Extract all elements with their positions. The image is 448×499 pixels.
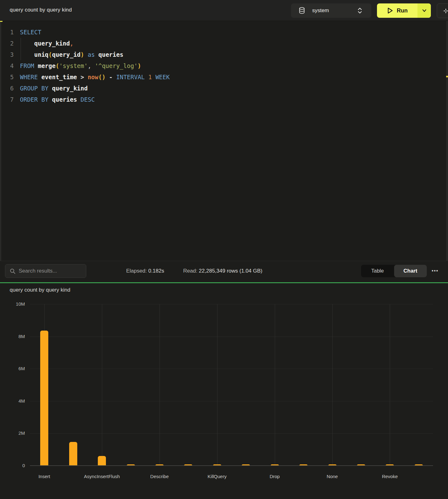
elapsed-value: 0.182s (148, 268, 164, 274)
chart-bar (40, 331, 48, 466)
code-text: WHERE event_time > now() - INTERVAL 1 WE… (20, 71, 170, 83)
chevron-down-icon (422, 9, 427, 12)
run-button[interactable]: Run (377, 3, 417, 18)
y-gridline (30, 401, 433, 401)
y-axis-tick-label: 0 (3, 463, 25, 468)
x-gridline (390, 304, 390, 466)
y-axis-tick-label: 8M (3, 334, 25, 339)
search-icon (10, 268, 16, 274)
line-number: 3 (0, 49, 14, 60)
x-axis-line (30, 465, 433, 466)
ai-sparkle-button[interactable] (437, 3, 448, 18)
scroll-marker (446, 76, 448, 77)
run-options-button[interactable] (417, 3, 431, 18)
read-label: Read: (183, 268, 197, 274)
code-text: GROUP BY query_kind (20, 83, 88, 94)
y-axis-tick-label: 10M (3, 301, 25, 307)
x-axis-label: Revoke (382, 474, 398, 479)
y-gridline (30, 337, 433, 337)
more-menu-button[interactable]: ⋯ (429, 265, 441, 277)
database-selector[interactable]: system (291, 3, 371, 18)
line-number: 6 (0, 83, 14, 94)
database-selector-value: system (312, 7, 329, 14)
run-button-label: Run (397, 7, 408, 14)
chart-plot (30, 304, 433, 466)
view-toggle: Table Chart (361, 265, 427, 277)
code-line: 4FROM merge('system', '^query_log') (0, 60, 442, 71)
code-line: 5WHERE event_time > now() - INTERVAL 1 W… (0, 71, 442, 83)
topbar: query count by query kind system Run (0, 0, 448, 21)
x-gridline (102, 304, 102, 466)
results-toolbar: Elapsed: 0.182s Read: 22,285,349 rows (1… (0, 261, 448, 282)
line-number: 5 (0, 71, 14, 83)
sparkle-icon (442, 7, 448, 15)
read-stat: Read: 22,285,349 rows (1.04 GB) (183, 268, 262, 274)
y-gridline (30, 433, 433, 434)
y-axis-tick-label: 6M (3, 366, 25, 371)
x-gridline (217, 304, 217, 466)
code-line: 2 query_kind, (0, 38, 442, 49)
code-line: 1SELECT (0, 27, 442, 38)
x-axis-label: Insert (38, 474, 50, 479)
elapsed-stat: Elapsed: 0.182s (126, 268, 164, 274)
x-axis-label: Describe (150, 474, 169, 479)
chart-panel: query count by query kind 02M4M6M8M10MIn… (0, 283, 448, 499)
search-input[interactable] (19, 268, 81, 274)
chart-title: query count by query kind (10, 287, 70, 293)
query-title: query count by query kind (10, 7, 72, 13)
line-number: 1 (0, 27, 14, 38)
sql-editor[interactable]: 1SELECT2 query_kind,3 uniq(query_id) as … (0, 21, 448, 261)
run-button-group: Run (377, 3, 431, 18)
search-box (5, 264, 86, 278)
code-line: 6GROUP BY query_kind (0, 83, 442, 94)
elapsed-label: Elapsed: (126, 268, 147, 274)
y-axis-tick-label: 4M (3, 398, 25, 404)
editor-accent-marker (0, 21, 2, 22)
code-text: SELECT (20, 27, 41, 38)
x-gridline (332, 304, 333, 466)
chart-bar (98, 456, 106, 466)
database-icon (298, 7, 305, 14)
y-axis-tick-label: 2M (3, 430, 25, 436)
line-number: 7 (0, 94, 14, 105)
chart-bar (69, 442, 77, 466)
y-gridline (30, 369, 433, 369)
tab-table[interactable]: Table (361, 265, 394, 277)
select-updown-icon (357, 7, 363, 14)
tab-chart[interactable]: Chart (394, 265, 427, 277)
code-line: 7ORDER BY queries DESC (0, 94, 442, 105)
x-axis-label: KillQuery (207, 474, 226, 479)
x-gridline (160, 304, 160, 466)
code-rows: 1SELECT2 query_kind,3 uniq(query_id) as … (0, 27, 442, 105)
play-icon (387, 7, 393, 14)
code-text: query_kind, (20, 38, 74, 49)
x-gridline (275, 304, 275, 466)
x-axis-label: None (327, 474, 338, 479)
code-text: FROM merge('system', '^query_log') (20, 60, 141, 71)
code-text: ORDER BY queries DESC (20, 94, 95, 105)
read-value: 22,285,349 rows (1.04 GB) (199, 268, 262, 274)
code-text: uniq(query_id) as queries (20, 49, 123, 60)
x-axis-label: Drop (269, 474, 280, 479)
line-number: 4 (0, 60, 14, 71)
line-number: 2 (0, 38, 14, 49)
x-axis-label: AsyncInsertFlush (84, 474, 120, 479)
y-gridline (30, 304, 433, 304)
code-line: 3 uniq(query_id) as queries (0, 49, 442, 60)
